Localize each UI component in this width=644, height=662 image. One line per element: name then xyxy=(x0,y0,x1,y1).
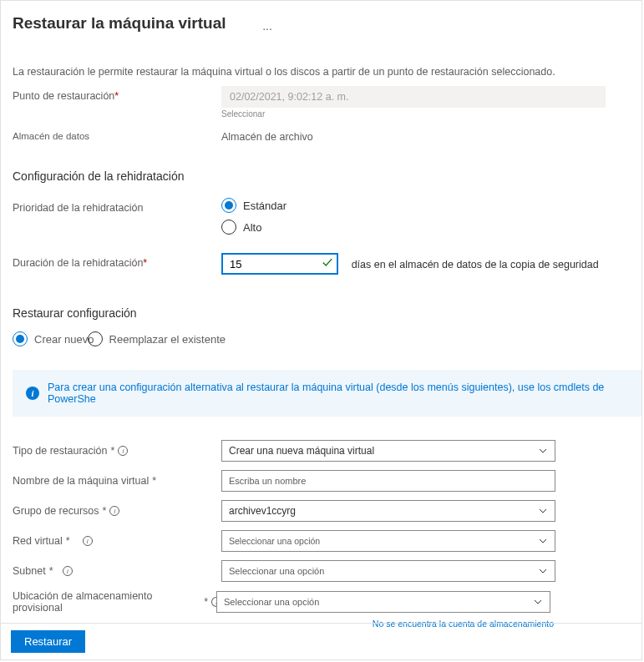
restore-button[interactable]: Restaurar xyxy=(11,630,85,653)
chevron-down-icon xyxy=(538,536,548,546)
vnet-select[interactable]: Seleccionar una opción xyxy=(221,530,555,552)
datastore-row: Almacén de datos Almacén de archivo xyxy=(1,119,641,143)
panel-footer: Restaurar xyxy=(1,623,641,659)
radio-icon xyxy=(88,331,103,346)
datastore-label: Almacén de datos xyxy=(13,127,221,141)
radio-icon xyxy=(13,331,28,346)
chevron-down-icon xyxy=(538,566,548,576)
rehydration-priority-group: Estándar Alto xyxy=(221,198,630,235)
vm-name-input[interactable]: Escriba un nombre xyxy=(221,470,555,492)
resource-group-row: Grupo de recursos * i archivev1ccyrg xyxy=(1,492,641,522)
restore-type-row: Tipo de restauración* i Crear una nueva … xyxy=(1,417,641,462)
page-title: Restaurar la máquina virtual xyxy=(13,14,226,33)
staging-label: Ubicación de almacenamiento provisional … xyxy=(13,590,221,614)
info-banner-text: Para crear una configuración alternativa… xyxy=(48,382,631,405)
info-circle-icon[interactable]: i xyxy=(83,536,93,546)
subnet-label: Subnet * i xyxy=(13,565,221,577)
rehydration-duration-row: Duración de la rehidratación* días en el… xyxy=(1,235,641,275)
priority-standard-radio[interactable]: Estándar xyxy=(221,198,630,213)
restore-point-row: Punto de restauración* 02/02/2021, 9:02:… xyxy=(1,78,641,119)
vnet-row: Red virtual * i Seleccionar una opción xyxy=(1,522,641,552)
duration-suffix: días en el almacén de datos de la copia … xyxy=(352,259,599,270)
info-circle-icon[interactable]: i xyxy=(118,446,128,456)
info-circle-icon[interactable]: i xyxy=(63,566,73,576)
panel-header: Restaurar la máquina virtual ... xyxy=(1,1,641,33)
priority-high-radio[interactable]: Alto xyxy=(221,220,630,235)
vm-name-label: Nombre de la máquina virtual* xyxy=(13,475,221,487)
resource-group-select[interactable]: archivev1ccyrg xyxy=(221,500,555,522)
restore-mode-group: Crear nuevo Reemplazar el existente xyxy=(1,320,641,346)
subnet-select[interactable]: Seleccionar una opción xyxy=(221,560,555,582)
chevron-down-icon xyxy=(538,446,548,456)
radio-icon xyxy=(221,220,236,235)
chevron-down-icon xyxy=(538,506,548,516)
restore-type-label: Tipo de restauración* i xyxy=(13,445,221,457)
more-icon[interactable]: ... xyxy=(262,19,272,33)
rehydration-duration-label: Duración de la rehidratación* xyxy=(13,253,221,269)
mode-replace-radio[interactable]: Reemplazar el existente xyxy=(88,331,226,346)
resource-group-label: Grupo de recursos * i xyxy=(13,505,221,517)
chevron-down-icon xyxy=(533,597,543,607)
description-text: La restauración le permite restaurar la … xyxy=(1,33,641,78)
restore-point-value: 02/02/2021, 9:02:12 a. m. xyxy=(221,86,606,108)
info-icon: i xyxy=(26,387,39,400)
vnet-label: Red virtual * i xyxy=(13,535,221,547)
restore-type-select[interactable]: Crear una nueva máquina virtual xyxy=(221,440,555,462)
radio-icon xyxy=(221,198,236,213)
restore-vm-panel: Restaurar la máquina virtual ... La rest… xyxy=(0,0,642,660)
datastore-value: Almacén de archivo xyxy=(221,127,630,143)
rehydration-priority-row: Prioridad de la rehidratación Estándar A… xyxy=(1,183,641,235)
subnet-row: Subnet * i Seleccionar una opción xyxy=(1,552,641,582)
restore-config-section-title: Restaurar configuración xyxy=(1,275,641,320)
staging-row: Ubicación de almacenamiento provisional … xyxy=(1,582,641,614)
check-icon xyxy=(322,257,333,271)
duration-input[interactable] xyxy=(221,253,338,275)
rehydration-section-title: Configuración de la rehidratación xyxy=(1,143,641,183)
staging-select[interactable]: Seleccionar una opción xyxy=(216,591,550,613)
restore-point-select-link[interactable]: Seleccionar xyxy=(221,108,630,119)
vm-name-row: Nombre de la máquina virtual* Escriba un… xyxy=(1,462,641,492)
restore-point-label: Punto de restauración* xyxy=(13,86,221,102)
info-circle-icon[interactable]: i xyxy=(109,506,119,516)
info-banner: i Para crear una configuración alternati… xyxy=(13,370,642,417)
mode-create-new-radio[interactable]: Crear nuevo xyxy=(13,331,94,346)
rehydration-priority-label: Prioridad de la rehidratación xyxy=(13,198,221,214)
